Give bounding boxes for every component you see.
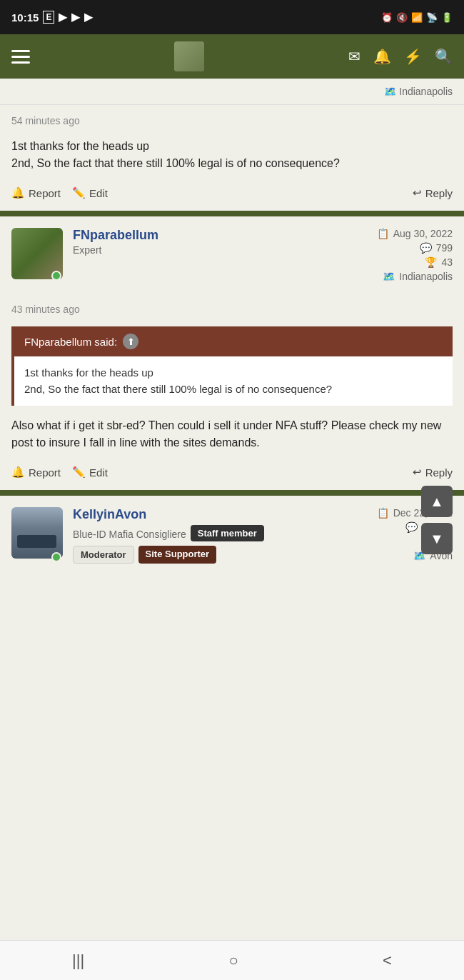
battery-icon: 🔋 [441, 12, 453, 23]
reply-label: Reply [425, 187, 453, 199]
moderator-badge[interactable]: Moderator [73, 546, 134, 564]
first-post-text: 1st thanks for the heads up2nd, So the f… [11, 140, 340, 169]
reply-arrow-icon: ↩ [413, 186, 422, 199]
second-user-header: FNparabellum Expert 📋 Aug 30, 2022 💬 799… [0, 216, 464, 294]
message-icon-3: 💬 [405, 521, 418, 533]
second-post-edit-button[interactable]: ✏️ Edit [72, 466, 108, 479]
quote-header: FNparabellum said: ⬆ [14, 326, 453, 356]
third-user-badges: Moderator Site Supporter [73, 546, 367, 564]
first-post-body: 1st thanks for the heads up2nd, So the f… [0, 132, 464, 181]
second-post-actions: 🔔 Report ✏️ Edit ↩ Reply [0, 460, 464, 490]
mute-icon: 🔇 [396, 12, 408, 23]
first-post-report-button[interactable]: 🔔 Report [11, 186, 61, 199]
quote-text: 1st thanks for the heads up2nd, So the f… [24, 366, 332, 395]
second-user-avatar-wrapper [11, 228, 63, 282]
second-post-action-left: 🔔 Report ✏️ Edit [11, 466, 108, 479]
status-left: 10:15 E ▶ ▶ ▶ [11, 11, 93, 24]
report-bell-icon-2: 🔔 [11, 466, 25, 479]
flash-icon[interactable]: ⚡ [404, 48, 422, 65]
bell-icon[interactable]: 🔔 [373, 48, 391, 65]
first-post-edit-button[interactable]: ✏️ Edit [72, 186, 108, 199]
signal-icon: 📡 [426, 12, 438, 23]
section-divider-1 [0, 211, 464, 216]
location-icon: 🗺️ [384, 86, 396, 97]
site-supporter-badge[interactable]: Site Supporter [138, 546, 217, 564]
nav-right: ✉ 🔔 ⚡ 🔍 [348, 48, 453, 65]
second-user-info: FNparabellum Expert [73, 228, 367, 282]
edit-pencil-icon-2: ✏️ [72, 466, 86, 479]
first-post-actions: 🔔 Report ✏️ Edit ↩ Reply [0, 181, 464, 211]
location-text: Indianapolis [399, 86, 453, 97]
menu-button[interactable] [11, 50, 30, 64]
second-user-trophies: 43 [441, 256, 453, 268]
calendar-icon-3: 📋 [377, 507, 389, 519]
status-time: 10:15 [11, 11, 39, 24]
nav-center [174, 41, 204, 71]
second-post-body: Also what if i get it sbr-ed? Then could… [0, 411, 464, 460]
second-user-trophy-stat: 🏆 43 [425, 256, 453, 268]
quote-author: FNparabellum said: [24, 336, 117, 348]
second-user-messages: 799 [436, 242, 453, 254]
second-user-location: Indianapolis [399, 271, 453, 282]
reply-label-2: Reply [425, 466, 453, 479]
scroll-down-button[interactable]: ▼ [421, 523, 453, 554]
second-user-name[interactable]: FNparabellum [73, 228, 367, 243]
alarm-icon: ⏰ [381, 12, 393, 23]
second-post-timestamp: 43 minutes ago [0, 294, 464, 321]
section-divider-2 [0, 490, 464, 496]
edit-label: Edit [89, 187, 108, 199]
quote-body: 1st thanks for the heads up2nd, So the f… [14, 356, 453, 406]
report-label-2: Report [29, 466, 61, 479]
third-user-name[interactable]: KellyinAvon [73, 507, 367, 522]
reply-arrow-icon-2: ↩ [413, 466, 422, 479]
second-user-online-indicator [51, 271, 61, 281]
second-user-location-stat: 🗺️ Indianapolis [383, 271, 453, 282]
scroll-up-button[interactable]: ▲ [421, 486, 453, 517]
first-post-timestamp: 54 minutes ago [0, 105, 464, 132]
bottom-home-icon[interactable]: ○ [228, 951, 238, 970]
second-user-join-date: Aug 30, 2022 [393, 228, 453, 239]
third-user-online-indicator [51, 552, 61, 562]
edit-label-2: Edit [89, 466, 108, 479]
second-post-report-button[interactable]: 🔔 Report [11, 466, 61, 479]
third-user-avatar[interactable] [11, 507, 63, 559]
status-right: ⏰ 🔇 📶 📡 🔋 [381, 12, 453, 23]
first-post-reply-button[interactable]: ↩ Reply [413, 186, 453, 199]
second-post-reply-button[interactable]: ↩ Reply [413, 466, 453, 479]
third-user-avatar-wrapper [11, 507, 63, 564]
status-bar: 10:15 E ▶ ▶ ▶ ⏰ 🔇 📶 📡 🔋 [0, 0, 464, 34]
nav-avatar[interactable] [174, 41, 204, 71]
second-user-stats: 📋 Aug 30, 2022 💬 799 🏆 43 🗺️ Indianapoli… [377, 228, 453, 282]
search-icon[interactable]: 🔍 [435, 48, 453, 65]
second-user-join-stat: 📋 Aug 30, 2022 [377, 228, 453, 239]
second-user-role: Expert [73, 244, 367, 256]
first-post-section: 54 minutes ago 1st thanks for the heads … [0, 105, 464, 211]
mail-icon[interactable]: ✉ [348, 48, 360, 65]
nav-bar: ✉ 🔔 ⚡ 🔍 [0, 34, 464, 79]
second-post-text: Also what if i get it sbr-ed? Then could… [11, 419, 441, 449]
message-icon: 💬 [420, 242, 432, 254]
third-user-info: KellyinAvon Blue-ID Mafia Consigliere St… [73, 507, 367, 564]
bottom-back-icon[interactable]: < [383, 951, 392, 970]
map-icon: 🗺️ [383, 271, 395, 282]
calendar-icon: 📋 [377, 228, 389, 239]
edit-pencil-icon: ✏️ [72, 186, 86, 199]
second-post-section: 43 minutes ago FNparabellum said: ⬆ 1st … [0, 294, 464, 490]
report-bell-icon: 🔔 [11, 186, 25, 199]
status-icon-yt1: ▶ [59, 11, 67, 24]
report-label: Report [29, 187, 61, 199]
first-post-action-left: 🔔 Report ✏️ Edit [11, 186, 108, 199]
bottom-spacer [0, 575, 464, 704]
third-user-header: KellyinAvon Blue-ID Mafia Consigliere St… [0, 496, 464, 575]
nav-left [11, 50, 30, 64]
trophy-icon: 🏆 [425, 256, 437, 268]
third-user-role: Blue-ID Mafia Consigliere [73, 529, 186, 540]
first-post-location: 🗺️ Indianapolis [0, 79, 464, 105]
quote-block: FNparabellum said: ⬆ 1st thanks for the … [11, 326, 453, 406]
status-icon-yt2: ▶ [71, 11, 80, 24]
status-icon-yt3: ▶ [84, 11, 93, 24]
bottom-menu-icon[interactable]: ||| [72, 951, 84, 970]
status-icon-e: E [43, 11, 54, 24]
bottom-nav: ||| ○ < [0, 940, 464, 980]
quote-arrow-icon: ⬆ [123, 334, 138, 349]
